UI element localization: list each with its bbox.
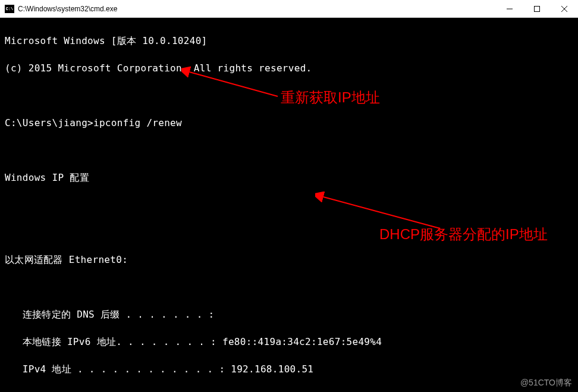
output-blank (5, 280, 573, 294)
adapter-field: 子网掩码 . . . . . . . . . . . . : 255.255.2… (5, 390, 573, 392)
adapter-title: 以太网适配器 Ethernet0: (5, 253, 573, 266)
watermark: @51CTO博客 (520, 378, 572, 388)
output-blank (5, 143, 573, 157)
minimize-button[interactable] (496, 0, 523, 17)
close-icon (561, 6, 567, 12)
window-title: C:\Windows\system32\cmd.exe (18, 5, 117, 13)
output-blank (5, 89, 573, 102)
output-blank (5, 198, 573, 212)
output-blank (5, 225, 573, 239)
window-titlebar: C:\Windows\system32\cmd.exe (0, 0, 578, 18)
output-line: Microsoft Windows [版本 10.0.10240] (5, 34, 573, 48)
terminal-output[interactable]: Microsoft Windows [版本 10.0.10240] (c) 20… (0, 18, 578, 392)
svg-rect-1 (535, 6, 540, 11)
maximize-button[interactable] (523, 0, 551, 17)
cmd-icon (5, 5, 14, 13)
output-header: Windows IP 配置 (5, 171, 573, 184)
adapter-field: 本地链接 IPv6 地址. . . . . . . . : fe80::419a… (5, 335, 573, 349)
prompt-line: C:\Users\jiang>ipconfig /renew (5, 116, 573, 130)
close-button[interactable] (551, 0, 578, 17)
maximize-icon (534, 6, 540, 12)
minimize-icon (507, 6, 513, 12)
adapter-field: IPv4 地址 . . . . . . . . . . . . : 192.16… (5, 362, 573, 376)
title-left: C:\Windows\system32\cmd.exe (5, 5, 117, 13)
adapter-field: 连接特定的 DNS 后缀 . . . . . . . : (5, 308, 573, 321)
window-controls (496, 0, 578, 17)
output-line: (c) 2015 Microsoft Corporation. All righ… (5, 61, 573, 75)
